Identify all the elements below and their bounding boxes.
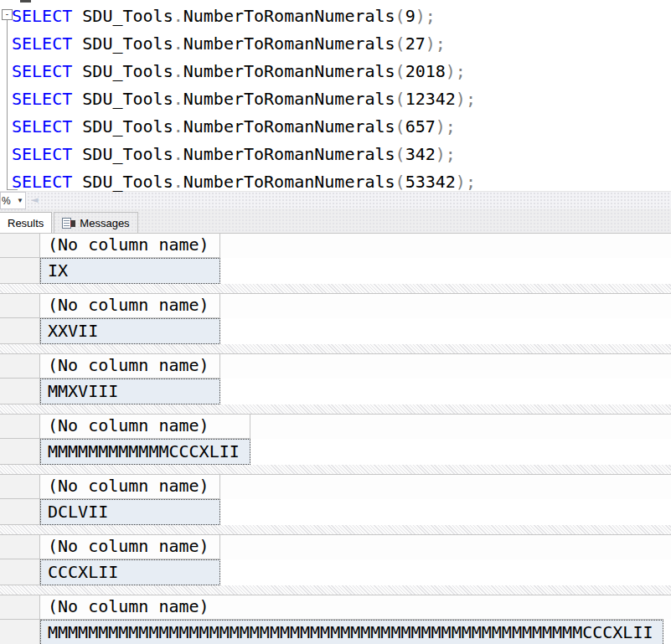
keyword-select: SELECT bbox=[12, 6, 72, 26]
grid-corner-cell[interactable] bbox=[0, 294, 40, 318]
keyword-select: SELECT bbox=[12, 172, 72, 192]
column-header[interactable]: (No column name) bbox=[40, 595, 663, 620]
code-line: SELECT SDU_Tools.NumberToRomanNumerals(6… bbox=[12, 113, 476, 141]
keyword-select: SELECT bbox=[12, 89, 72, 109]
column-header[interactable]: (No column name) bbox=[40, 535, 220, 559]
column-header[interactable]: (No column name) bbox=[40, 234, 220, 258]
editor-bottom-strip: %▼ ◄ bbox=[0, 191, 671, 209]
row-header[interactable] bbox=[0, 499, 40, 525]
result-cell[interactable]: IX bbox=[40, 258, 220, 284]
grid-corner-cell[interactable] bbox=[0, 354, 40, 379]
tab-messages-label: Messages bbox=[80, 217, 129, 229]
keyword-select: SELECT bbox=[12, 116, 72, 137]
result-cell[interactable]: CCCXLII bbox=[40, 559, 220, 585]
grid-corner-cell[interactable] bbox=[0, 535, 40, 559]
grid-corner-cell[interactable] bbox=[0, 475, 40, 499]
grid-corner-cell[interactable] bbox=[0, 234, 40, 258]
grid-splitter bbox=[0, 284, 671, 293]
result-grid-3: (No column name) MMXVIII bbox=[0, 353, 671, 404]
messages-icon bbox=[62, 217, 75, 229]
grid-splitter bbox=[0, 404, 671, 414]
outline-guide-line bbox=[7, 20, 8, 189]
keyword-select: SELECT bbox=[12, 61, 72, 81]
result-grid-6: (No column name) CCCXLII bbox=[0, 534, 671, 585]
sql-code-block: SELECT SDU_Tools.NumberToRomanNumerals(9… bbox=[12, 3, 476, 196]
ssms-query-window: - SELECT SDU_Tools.NumberToRomanNumerals… bbox=[0, 0, 671, 644]
tab-results-label: Results bbox=[8, 217, 44, 229]
result-grid-2: (No column name) XXVII bbox=[0, 293, 671, 344]
result-cell[interactable]: MMMMMMMMMMMMCCCXLII bbox=[40, 439, 250, 465]
results-tab-bar: Results Messages bbox=[0, 209, 671, 233]
zoom-level-value: % bbox=[2, 195, 11, 207]
grid-splitter bbox=[0, 344, 671, 353]
sql-editor[interactable]: - SELECT SDU_Tools.NumberToRomanNumerals… bbox=[0, 0, 671, 191]
result-grid-1: (No column name) IX bbox=[0, 233, 671, 284]
keyword-select: SELECT bbox=[12, 144, 72, 164]
result-grid-7: (No column name) MMMMMMMMMMMMMMMMMMMMMMM… bbox=[0, 595, 671, 644]
code-line: SELECT SDU_Tools.NumberToRomanNumerals(2… bbox=[12, 58, 476, 85]
chevron-down-icon: ▼ bbox=[17, 197, 23, 204]
code-line: SELECT SDU_Tools.NumberToRomanNumerals(9… bbox=[12, 3, 476, 30]
scroll-left-arrow-icon[interactable]: ◄ bbox=[31, 194, 38, 205]
row-header[interactable] bbox=[0, 379, 40, 404]
keyword-select: SELECT bbox=[12, 33, 72, 54]
grid-corner-cell[interactable] bbox=[0, 595, 40, 620]
horizontal-scrollbar[interactable]: ◄ bbox=[26, 192, 671, 209]
column-header[interactable]: (No column name) bbox=[40, 354, 220, 379]
code-line: SELECT SDU_Tools.NumberToRomanNumerals(1… bbox=[12, 85, 476, 113]
tab-messages[interactable]: Messages bbox=[54, 212, 137, 233]
row-header[interactable] bbox=[0, 439, 40, 465]
row-header[interactable] bbox=[0, 620, 40, 644]
grid-corner-cell[interactable] bbox=[0, 415, 40, 439]
result-grid-5: (No column name) DCLVII bbox=[0, 474, 671, 525]
result-cell[interactable]: MMXVIII bbox=[40, 379, 220, 404]
grid-splitter bbox=[0, 525, 671, 534]
code-line: SELECT SDU_Tools.NumberToRomanNumerals(2… bbox=[12, 30, 476, 58]
results-pane: (No column name) IX (No column name) XXV… bbox=[0, 233, 671, 644]
tab-results[interactable]: Results bbox=[0, 212, 52, 233]
grid-splitter bbox=[0, 465, 671, 474]
column-header[interactable]: (No column name) bbox=[40, 294, 220, 318]
result-cell[interactable]: MMMMMMMMMMMMMMMMMMMMMMMMMMMMMMMMMMMMMMMM… bbox=[40, 620, 663, 644]
grid-splitter bbox=[0, 585, 671, 595]
column-header[interactable]: (No column name) bbox=[40, 475, 220, 499]
result-grid-4: (No column name) MMMMMMMMMMMMCCCXLII bbox=[0, 414, 671, 465]
result-cell[interactable]: XXVII bbox=[40, 318, 220, 344]
column-header[interactable]: (No column name) bbox=[40, 415, 250, 439]
result-cell[interactable]: DCLVII bbox=[40, 499, 220, 525]
row-header[interactable] bbox=[0, 258, 40, 284]
row-header[interactable] bbox=[0, 559, 40, 585]
row-header[interactable] bbox=[0, 318, 40, 344]
code-line: SELECT SDU_Tools.NumberToRomanNumerals(3… bbox=[12, 141, 476, 168]
